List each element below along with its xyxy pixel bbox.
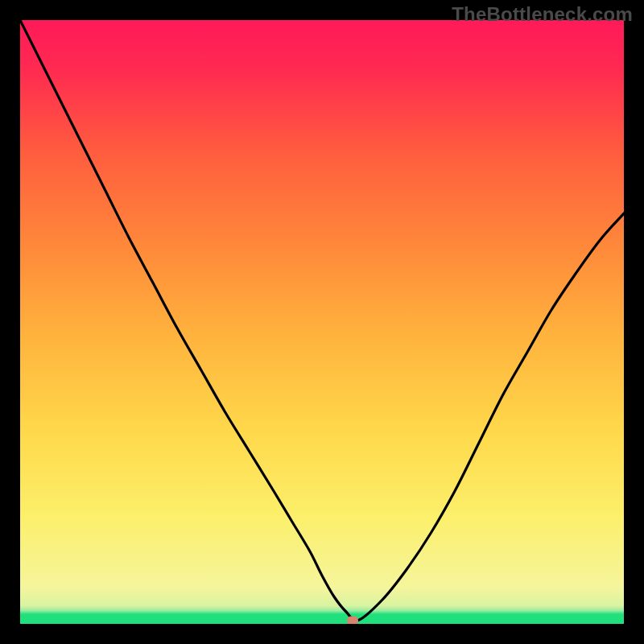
bottleneck-curve [20,20,624,621]
plot-area [20,20,624,624]
curve-layer [20,20,624,624]
optimal-point-marker [347,616,358,624]
chart-frame: TheBottleneck.com [0,0,644,644]
watermark-label: TheBottleneck.com [452,3,633,26]
